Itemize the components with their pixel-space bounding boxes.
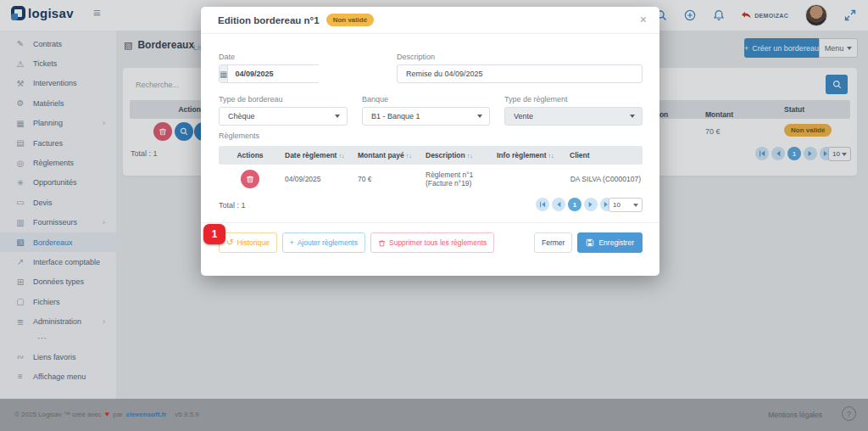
column-actions: Actions [219, 151, 281, 160]
page-size-value: 10 [613, 201, 620, 209]
modal-title: Edition bordereau n°1 [218, 15, 320, 25]
save-icon [586, 238, 594, 247]
type-bordereau-select[interactable]: Chèque [219, 107, 348, 126]
type-reglement-value: Vente [514, 112, 533, 120]
edit-bordereau-modal: Edition bordereau n°1 Non validé × Date … [201, 7, 659, 276]
column-montant-paye: Montant payé↑↓ [354, 151, 422, 160]
supprimer-tous-button[interactable]: Supprimer tous les règlements [370, 232, 494, 253]
annotation-step-badge: 1 [203, 224, 225, 244]
type-bordereau-value: Chèque [228, 112, 255, 120]
reglements-table-header: Actions Date règlement↑↓ Montant payé↑↓ … [219, 146, 643, 165]
sort-icon: ↑↓ [548, 153, 554, 159]
sort-icon: ↑↓ [406, 153, 412, 159]
sort-icon: ↑↓ [338, 153, 344, 159]
reglements-section-label: Règlements [219, 132, 259, 140]
type-reglement-label: Type de règlement [504, 95, 568, 104]
column-client: Client [566, 151, 643, 160]
column-info-reglement: Info règlement↑↓ [493, 151, 566, 160]
next-page-button[interactable] [584, 198, 598, 211]
first-page-button[interactable] [536, 198, 549, 211]
banque-value: B1 - Banque 1 [371, 112, 420, 120]
date-label: Date [219, 53, 235, 61]
reglements-pagination: 1 [536, 198, 614, 211]
chevron-down-icon [477, 115, 482, 118]
cell-client: DA SILVA (C0000107) [566, 175, 643, 183]
plus-icon: + [290, 238, 294, 247]
modal-total-count: Total : 1 [219, 201, 246, 210]
ajouter-reglements-button[interactable]: + Ajouter règlements [282, 232, 365, 253]
modal-footer-divider [201, 222, 659, 223]
fermer-button[interactable]: Fermer [534, 232, 572, 253]
page-size-select[interactable]: 10 [609, 198, 643, 212]
ajouter-label: Ajouter règlements [298, 238, 358, 247]
fermer-label: Fermer [542, 238, 565, 247]
banque-select[interactable]: B1 - Banque 1 [362, 107, 490, 126]
cell-montant-paye: 70 € [354, 175, 422, 183]
current-page-button[interactable]: 1 [568, 198, 581, 211]
annotation-number: 1 [212, 228, 218, 240]
supprimer-label: Supprimer tous les règlements [389, 238, 487, 247]
calendar-icon: ▦ [220, 65, 228, 82]
delete-reglement-button[interactable] [241, 170, 259, 188]
description-input[interactable] [397, 64, 643, 83]
cell-description: Règlement n°1(Facture n°19) [422, 171, 493, 188]
cell-date-reglement: 04/09/2025 [281, 175, 354, 183]
prev-page-button[interactable] [552, 198, 565, 211]
table-row: 04/09/2025 70 € Règlement n°1(Facture n°… [219, 165, 643, 193]
date-field[interactable]: ▦ [219, 64, 320, 83]
description-label: Description [397, 53, 435, 61]
reglements-table: Actions Date règlement↑↓ Montant payé↑↓ … [219, 146, 643, 193]
chevron-down-icon [633, 204, 638, 207]
modal-status-badge: Non validé [326, 14, 374, 26]
date-input[interactable] [228, 65, 337, 82]
close-icon[interactable]: × [640, 13, 647, 26]
trash-icon [246, 175, 254, 183]
column-date-reglement: Date règlement↑↓ [281, 151, 354, 160]
chevron-down-icon [630, 115, 635, 118]
column-description: Description↑↓ [422, 151, 493, 160]
sort-icon: ↑↓ [467, 153, 473, 159]
enregistrer-button[interactable]: Enregistrer [577, 232, 643, 253]
type-bordereau-label: Type de bordereau [219, 95, 283, 104]
type-reglement-select[interactable]: Vente [504, 107, 643, 126]
enregistrer-label: Enregistrer [598, 238, 634, 247]
historique-label: Historique [236, 238, 269, 247]
chevron-down-icon [335, 115, 340, 118]
trash-icon [378, 239, 386, 247]
banque-label: Banque [362, 95, 388, 104]
